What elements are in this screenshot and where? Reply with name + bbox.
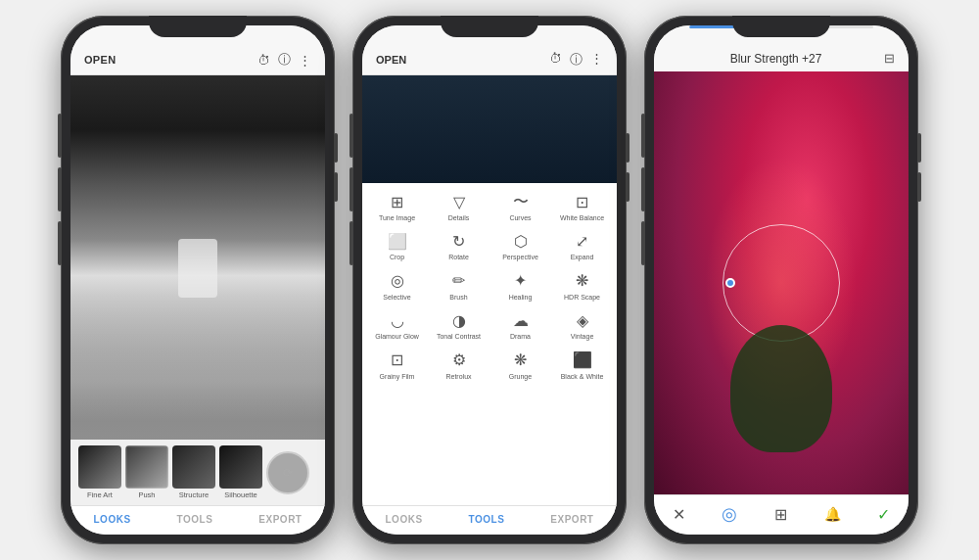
compare-icon[interactable]: ⊟	[884, 51, 895, 66]
curves-label: Curves	[509, 214, 531, 222]
expand-label: Expand	[571, 254, 594, 261]
phone1-top-icons: ⏱ ⓘ ⋮	[257, 51, 311, 69]
hdr-scape-label: HDR Scape	[564, 294, 600, 302]
selective-icon: ◎	[384, 270, 411, 292]
rotate-icon: ↻	[445, 230, 473, 252]
crop-label: Crop	[390, 254, 404, 261]
grunge-icon: ❋	[507, 350, 535, 371]
grainy-film-icon: ⊡	[384, 350, 411, 371]
tool-white-balance[interactable]: ⊡ White Balance	[555, 191, 610, 222]
expand-icon: ⤢	[569, 230, 596, 252]
details-icon: ▽	[445, 191, 473, 212]
tool-rotate[interactable]: ↻ Rotate	[432, 230, 487, 261]
phone2-tools-grid: ⊞ Tune Image ▽ Details 〜 Curves ⊡ White …	[362, 183, 617, 505]
side-button-1	[334, 133, 338, 163]
perspective-icon: ⬡	[507, 230, 535, 252]
mask-button[interactable]: 🔔	[824, 506, 841, 522]
cancel-button[interactable]: ✕	[673, 505, 685, 524]
tool-brush[interactable]: ✏ Brush	[432, 270, 487, 302]
side-button-left-1	[58, 114, 62, 158]
phone2-open-button[interactable]: OPEN	[376, 54, 406, 66]
tab-export-1[interactable]: EXPORT	[258, 514, 302, 525]
vintage-icon: ◈	[569, 309, 596, 331]
tool-retrolux[interactable]: ⚙ Retrolux	[432, 350, 487, 381]
tab-tools-1[interactable]: TOOLS	[177, 514, 213, 525]
curves-icon: 〜	[507, 191, 535, 212]
tab-tools-2[interactable]: TOOLS	[469, 514, 505, 525]
side-button-left-2	[58, 167, 62, 211]
tool-glamour-glow[interactable]: ◡ Glamour Glow	[370, 309, 425, 341]
glamour-glow-label: Glamour Glow	[375, 333, 419, 341]
grainy-film-label: Grainy Film	[380, 373, 415, 381]
tune-image-icon: ⊞	[384, 191, 411, 212]
tool-healing[interactable]: ✦ Healing	[493, 270, 548, 302]
phone1-bw-image	[70, 75, 325, 440]
phone-2: OPEN ⏱ ⓘ ⋮ ⊞ Tune Image ▽ Details 〜	[352, 16, 627, 544]
tool-grainy-film[interactable]: ⊡ Grainy Film	[370, 350, 425, 381]
phone3-bottom-tools: ✕ ◎ ⊞ 🔔 ✓	[654, 494, 909, 535]
filter-structure[interactable]: Structure	[172, 445, 215, 499]
side-button-3	[626, 133, 629, 163]
more-icon[interactable]: ⋮	[299, 53, 311, 68]
tool-details[interactable]: ▽ Details	[432, 191, 487, 222]
tilt-shift-circle[interactable]	[723, 224, 840, 342]
phone3-flower-image	[654, 71, 909, 494]
timer-icon-2: ⏱	[549, 51, 562, 69]
white-balance-label: White Balance	[560, 214, 604, 222]
tonal-contrast-label: Tonal Contrast	[437, 333, 481, 341]
tool-tune-image[interactable]: ⊞ Tune Image	[370, 191, 425, 222]
tilt-shift-button[interactable]: ◎	[722, 503, 737, 525]
side-button-left-3	[58, 221, 62, 265]
retrolux-icon: ⚙	[445, 350, 473, 371]
tune-image-label: Tune Image	[379, 214, 415, 222]
tab-looks-1[interactable]: LOOKS	[94, 514, 131, 525]
tool-grunge[interactable]: ❋ Grunge	[493, 350, 548, 381]
tool-perspective[interactable]: ⬡ Perspective	[493, 230, 548, 261]
tools-row-5: ⊡ Grainy Film ⚙ Retrolux ❋ Grunge ⬛ Blac…	[366, 350, 613, 381]
phone2-bottom-tabs: LOOKS TOOLS EXPORT	[362, 505, 617, 535]
tool-hdr-scape[interactable]: ❋ HDR Scape	[555, 270, 610, 302]
phone2-top-icons: ⏱ ⓘ ⋮	[549, 51, 603, 69]
crop-icon: ⬜	[384, 230, 411, 252]
phone1-filters-strip: Fine Art Push Structure Silhouette ⟳	[70, 440, 325, 505]
tool-vintage[interactable]: ◈ Vintage	[555, 309, 610, 341]
details-label: Details	[448, 214, 469, 222]
healing-label: Healing	[509, 294, 533, 302]
white-balance-icon: ⊡	[569, 191, 596, 212]
more-icon-2[interactable]: ⋮	[590, 51, 603, 69]
tool-black-white[interactable]: ⬛ Black & White	[555, 350, 610, 381]
tool-drama[interactable]: ☁ Drama	[493, 309, 548, 341]
side-button-left-5	[350, 167, 353, 211]
tool-expand[interactable]: ⤢ Expand	[555, 230, 610, 261]
sliders-button[interactable]: ⊞	[774, 505, 787, 524]
notch-1	[149, 16, 247, 37]
tonal-contrast-icon: ◑	[445, 309, 473, 331]
tool-tonal-contrast[interactable]: ◑ Tonal Contrast	[432, 309, 487, 341]
filter-structure-label: Structure	[179, 490, 209, 499]
tool-selective[interactable]: ◎ Selective	[370, 270, 425, 302]
phone1-open-button[interactable]: OPEN	[84, 54, 116, 66]
tool-crop[interactable]: ⬜ Crop	[370, 230, 425, 261]
tab-looks-2[interactable]: LOOKS	[386, 514, 423, 525]
filter-silhouette[interactable]: Silhouette	[219, 445, 262, 499]
random-filter-button[interactable]: ⟳	[266, 451, 309, 494]
side-button-5	[917, 133, 921, 163]
notch-3	[732, 16, 830, 37]
grunge-label: Grunge	[509, 373, 532, 381]
filter-fine-art[interactable]: Fine Art	[78, 445, 121, 499]
black-white-icon: ⬛	[569, 350, 596, 371]
side-button-left-7	[641, 114, 645, 158]
brush-icon: ✏	[445, 270, 473, 292]
tools-row-4: ◡ Glamour Glow ◑ Tonal Contrast ☁ Drama …	[366, 309, 613, 341]
side-button-left-9	[641, 221, 645, 265]
side-button-left-6	[350, 221, 353, 265]
filter-push[interactable]: Push	[125, 445, 168, 499]
tilt-shift-dot[interactable]	[725, 278, 735, 288]
tool-curves[interactable]: 〜 Curves	[493, 191, 548, 222]
tools-row-2: ⬜ Crop ↻ Rotate ⬡ Perspective ⤢ Expand	[366, 230, 613, 261]
confirm-button[interactable]: ✓	[877, 505, 890, 524]
blur-strength-title: Blur Strength +27	[668, 52, 884, 66]
tab-export-2[interactable]: EXPORT	[550, 514, 593, 525]
rotate-label: Rotate	[448, 254, 469, 261]
notch-2	[441, 16, 538, 37]
